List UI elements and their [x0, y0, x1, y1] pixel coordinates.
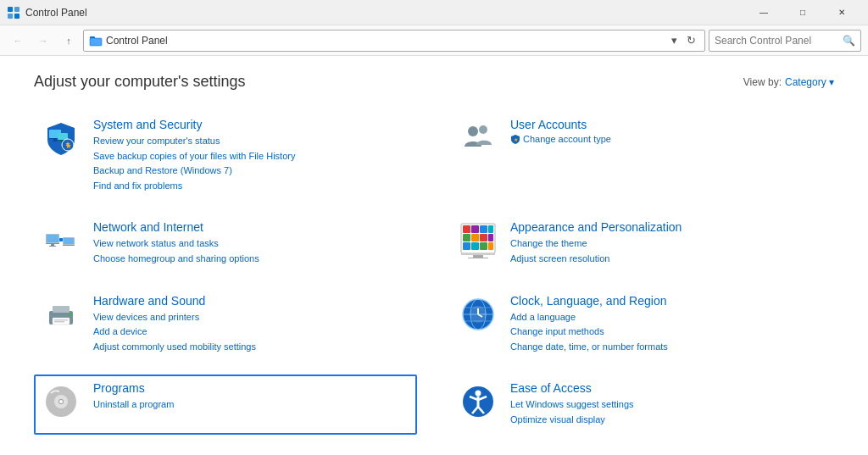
- svg-point-66: [476, 391, 481, 397]
- minimize-button[interactable]: —: [744, 0, 783, 25]
- system-security-link-1[interactable]: Review your computer's status: [93, 134, 410, 149]
- maximize-button[interactable]: □: [783, 0, 822, 25]
- svg-rect-49: [54, 321, 64, 323]
- network-internet-title[interactable]: Network and Internet: [93, 220, 410, 234]
- clock-language-title[interactable]: Clock, Language, and Region: [510, 294, 827, 308]
- hardware-sound-title[interactable]: Hardware and Sound: [93, 294, 410, 308]
- svg-rect-22: [51, 244, 54, 246]
- network-internet-icon: [41, 220, 81, 261]
- svg-rect-3: [14, 14, 19, 19]
- search-icon[interactable]: 🔍: [843, 35, 855, 47]
- address-dropdown-icon[interactable]: ▾: [665, 32, 682, 49]
- address-input-wrap: Control Panel ▾ ↻: [83, 30, 705, 52]
- clock-language-icon: [458, 294, 498, 335]
- clock-link-1[interactable]: Add a language: [510, 310, 827, 325]
- svg-rect-5: [90, 38, 102, 46]
- svg-rect-35: [480, 234, 487, 241]
- appearance-text: Appearance and Personalization Change th…: [510, 220, 827, 266]
- svg-rect-30: [471, 225, 479, 233]
- viewby-dropdown[interactable]: Category ▾: [785, 76, 834, 88]
- svg-rect-36: [488, 234, 493, 241]
- network-link-2[interactable]: Choose homegroup and sharing options: [93, 252, 410, 267]
- category-appearance: Appearance and Personalization Change th…: [451, 214, 834, 273]
- forward-button[interactable]: →: [32, 30, 54, 52]
- svg-rect-38: [471, 242, 479, 250]
- change-account-type-link[interactable]: ★ Change account type: [510, 134, 827, 144]
- svg-rect-21: [46, 243, 59, 244]
- clock-link-3[interactable]: Change date, time, or number formats: [510, 340, 827, 355]
- svg-rect-28: [59, 238, 63, 241]
- svg-rect-23: [49, 246, 56, 247]
- network-internet-text: Network and Internet View network status…: [93, 220, 410, 266]
- svg-point-17: [479, 125, 487, 134]
- programs-icon: [41, 381, 81, 422]
- category-system-security: ★ System and Security Review your comput…: [34, 111, 417, 200]
- hardware-link-1[interactable]: View devices and printers: [93, 310, 410, 325]
- category-hardware-sound: Hardware and Sound View devices and prin…: [34, 287, 417, 362]
- hardware-link-3[interactable]: Adjust commonly used mobility settings: [93, 340, 410, 355]
- app-icon: [7, 6, 20, 19]
- svg-rect-25: [64, 238, 74, 244]
- system-security-link-2[interactable]: Save backup copies of your files with Fi…: [93, 149, 410, 164]
- svg-rect-9: [53, 139, 57, 141]
- ease-link-2[interactable]: Optimize visual display: [510, 413, 827, 428]
- appearance-link-1[interactable]: Change the theme: [510, 236, 827, 252]
- hardware-sound-text: Hardware and Sound View devices and prin…: [93, 294, 410, 355]
- system-security-icon: ★: [41, 118, 81, 158]
- appearance-title[interactable]: Appearance and Personalization: [510, 220, 827, 234]
- close-button[interactable]: ✕: [822, 0, 861, 25]
- title-bar: Control Panel — □ ✕: [0, 0, 868, 25]
- svg-rect-44: [468, 258, 488, 258]
- appearance-link-2[interactable]: Adjust screen resolution: [510, 252, 827, 267]
- ease-of-access-title[interactable]: Ease of Access: [510, 381, 827, 395]
- hardware-link-2[interactable]: Add a device: [93, 325, 410, 340]
- system-security-link-3[interactable]: Backup and Restore (Windows 7): [93, 164, 410, 179]
- search-wrap: 🔍: [709, 30, 861, 52]
- clock-language-text: Clock, Language, and Region Add a langua…: [510, 294, 827, 355]
- address-bar: ← → ↑ Control Panel ▾ ↻ 🔍: [0, 25, 868, 56]
- category-network-internet: Network and Internet View network status…: [34, 214, 417, 273]
- programs-title[interactable]: Programs: [93, 381, 410, 395]
- svg-rect-2: [8, 14, 13, 19]
- system-security-link-4[interactable]: Find and fix problems: [93, 179, 410, 194]
- svg-point-16: [468, 126, 478, 136]
- network-link-1[interactable]: View network status and tasks: [93, 236, 410, 252]
- svg-rect-33: [463, 234, 470, 241]
- search-input[interactable]: [715, 35, 843, 47]
- svg-rect-34: [471, 234, 479, 241]
- svg-rect-10: [53, 141, 58, 141]
- view-by-control: View by: Category ▾: [743, 76, 834, 88]
- svg-text:★: ★: [65, 142, 72, 150]
- svg-rect-29: [463, 225, 470, 233]
- programs-text: Programs Uninstall a program: [93, 381, 410, 413]
- svg-rect-37: [463, 242, 470, 250]
- clock-link-2[interactable]: Change input methods: [510, 325, 827, 340]
- page-title: Adjust your computer's settings: [34, 73, 246, 91]
- appearance-icon: [458, 220, 498, 261]
- window-controls: — □ ✕: [744, 0, 861, 25]
- svg-rect-40: [488, 242, 493, 250]
- svg-rect-26: [63, 245, 75, 246]
- svg-rect-1: [14, 7, 19, 12]
- svg-rect-42: [461, 253, 495, 255]
- system-security-title[interactable]: System and Security: [93, 118, 410, 131]
- viewby-label: View by:: [743, 76, 782, 88]
- refresh-button[interactable]: ↻: [682, 32, 699, 49]
- back-button[interactable]: ←: [7, 30, 29, 52]
- svg-rect-43: [473, 255, 483, 258]
- svg-rect-32: [488, 225, 493, 233]
- user-accounts-icon: [458, 118, 498, 158]
- svg-rect-20: [47, 235, 58, 242]
- ease-link-1[interactable]: Let Windows suggest settings: [510, 397, 827, 413]
- svg-rect-31: [480, 225, 487, 233]
- hardware-sound-icon: [41, 294, 81, 335]
- user-accounts-title[interactable]: User Accounts: [510, 118, 827, 131]
- svg-rect-46: [53, 306, 70, 313]
- programs-link-1[interactable]: Uninstall a program: [93, 397, 410, 413]
- svg-text:★: ★: [514, 137, 518, 142]
- svg-point-50: [69, 313, 72, 316]
- category-clock-language: Clock, Language, and Region Add a langua…: [451, 287, 834, 362]
- up-button[interactable]: ↑: [58, 30, 80, 52]
- address-folder-icon: [89, 34, 103, 47]
- main-content: Adjust your computer's settings View by:…: [0, 56, 868, 455]
